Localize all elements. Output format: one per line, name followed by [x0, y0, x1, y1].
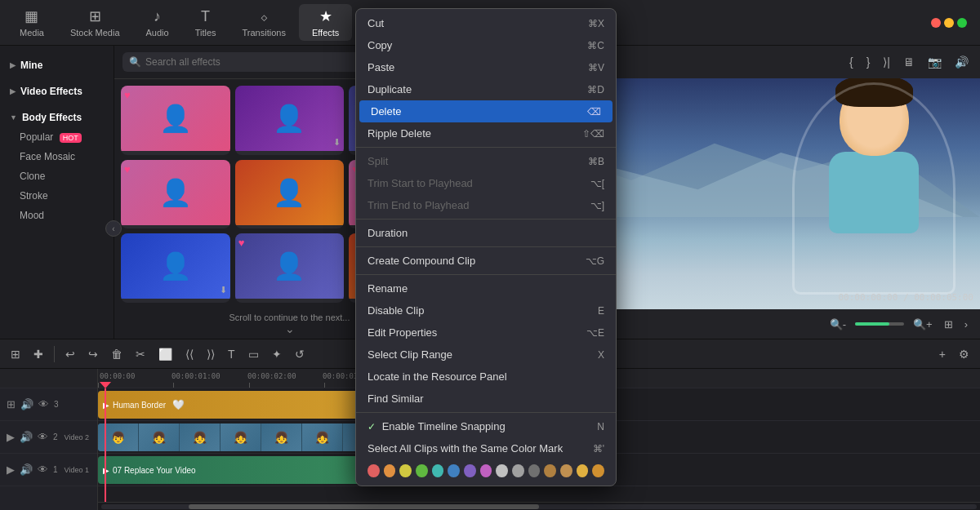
color-dot-red[interactable] — [368, 464, 380, 477]
tab-titles[interactable]: T Titles — [182, 5, 229, 41]
ctx-enable-snapping[interactable]: ✓ Enable Timeline Snapping N — [356, 415, 616, 437]
add-media-btn[interactable]: + — [935, 345, 950, 363]
track1-eye-icon[interactable]: 👁 — [38, 463, 48, 476]
color-dot-teal[interactable] — [432, 464, 444, 477]
sidebar-subitem-mood[interactable]: Mood — [0, 206, 114, 225]
sidebar-collapse-button[interactable]: ‹ — [105, 220, 122, 237]
sidebar-subitem-stroke[interactable]: Stroke — [0, 186, 114, 206]
color-dot-dark-gray[interactable] — [528, 464, 541, 477]
preview-curly-open-btn[interactable]: { — [846, 54, 857, 70]
track-label-1: ▶ 🔊 👁 1 Video 1 — [0, 454, 97, 486]
ctx-find-similar[interactable]: Find Similar — [356, 388, 616, 410]
magnet-btn[interactable]: ✚ — [29, 345, 47, 363]
window-minimize[interactable] — [944, 18, 954, 28]
more-btn[interactable]: › — [962, 317, 970, 332]
scroll-thumb[interactable] — [189, 504, 539, 509]
effect-item-burning-body[interactable]: 👤 Burning body 1 — [235, 160, 345, 229]
color-dot-khaki[interactable] — [560, 464, 572, 477]
color-dot-light-gray[interactable] — [496, 464, 508, 477]
zoom-out-btn[interactable]: 🔍- — [827, 317, 849, 332]
zoom-in-btn[interactable]: 🔍+ — [911, 317, 935, 332]
ctx-copy[interactable]: Copy ⌘C — [356, 34, 616, 56]
track1-icon: ▶ — [7, 463, 15, 476]
color-dot-orange[interactable] — [384, 464, 396, 477]
preview-curly-close-btn[interactable]: } — [863, 54, 874, 70]
preview-monitor-btn[interactable]: 🖥 — [900, 54, 918, 70]
color-dot-gray[interactable] — [512, 464, 524, 477]
cut-btn[interactable]: ✂ — [131, 345, 149, 363]
preview-timecode-total: 00:00:00:00 / 00:00:05:00 — [838, 292, 973, 303]
tab-media[interactable]: ▦ Media — [7, 4, 57, 41]
text-tool-btn[interactable]: T — [224, 345, 239, 363]
preview-volume-btn[interactable]: 🔊 — [951, 54, 972, 70]
sidebar-subitem-popular[interactable]: Popular HOT — [0, 127, 114, 147]
preview-camera-btn[interactable]: 📷 — [924, 54, 945, 70]
sidebar-item-mine[interactable]: ▶ Mine — [0, 55, 114, 75]
ctx-edit-properties[interactable]: Edit Properties ⌥E — [356, 322, 616, 344]
window-maximize[interactable] — [957, 18, 967, 28]
effect-item-neon-trailing-4[interactable]: ⬇ 👤 Neon Trailing 4 — [121, 233, 230, 303]
color-dot-green[interactable] — [416, 464, 428, 477]
ctx-disable-clip[interactable]: Disable Clip E — [356, 299, 616, 322]
ctx-duplicate[interactable]: Duplicate ⌘D — [356, 78, 616, 100]
color-dot-pink[interactable] — [480, 464, 492, 477]
color-dot-amber[interactable] — [592, 464, 604, 477]
ctx-rename[interactable]: Rename — [356, 277, 616, 299]
ctx-select-same-color[interactable]: Select All Clips with the Same Color Mar… — [356, 437, 616, 459]
volume-slider[interactable] — [855, 322, 904, 326]
timeline-scrollbar[interactable] — [98, 502, 980, 510]
sidebar-subitem-clone[interactable]: Clone — [0, 166, 114, 186]
rect-tool-btn[interactable]: ▭ — [244, 345, 263, 363]
ctx-separator-4 — [356, 274, 616, 275]
ctx-select-clip-range[interactable]: Select Clip Range X — [356, 344, 616, 366]
ctx-duration[interactable]: Duration — [356, 222, 616, 244]
scroll-track — [101, 504, 977, 509]
track2-eye-icon[interactable]: 👁 — [38, 431, 48, 443]
sidebar-item-body-effects[interactable]: ▼ Body Effects — [0, 108, 114, 127]
effect-item-electro-optical[interactable]: ♥ 👤 Electro-optical ... — [121, 86, 230, 155]
track3-eye-icon[interactable]: 👁 — [38, 398, 49, 410]
refresh-btn[interactable]: ↺ — [291, 345, 309, 363]
redo-btn[interactable]: ↪ — [84, 345, 102, 363]
track2-icon: ▶ — [7, 431, 15, 443]
grid-view-btn[interactable]: ⊞ — [942, 317, 956, 332]
split-view-btn[interactable]: ⊞ — [7, 345, 24, 363]
tab-audio[interactable]: ♪ Audio — [133, 5, 182, 41]
ai-btn[interactable]: ✦ — [268, 345, 286, 363]
sidebar-item-video-effects[interactable]: ▶ Video Effects — [0, 82, 114, 101]
color-dot-yellow[interactable] — [399, 464, 412, 477]
effects-icon: ★ — [319, 7, 332, 25]
ctx-locate-resource[interactable]: Locate in the Resource Panel — [356, 366, 616, 388]
color-dot-blue[interactable] — [448, 464, 460, 477]
color-dot-purple[interactable] — [464, 464, 476, 477]
crop-btn[interactable]: ⬜ — [154, 345, 176, 363]
next-frame-btn[interactable]: ⟩⟩ — [203, 345, 219, 363]
ctx-trim-end: Trim End to Playhead ⌥] — [356, 194, 616, 216]
media-icon: ▦ — [24, 7, 38, 25]
tab-stock-media[interactable]: ⊞ Stock Media — [57, 4, 133, 41]
tab-transitions[interactable]: ⬦ Transitions — [229, 5, 299, 41]
timeline-settings-btn[interactable]: ⚙ — [955, 345, 973, 363]
window-close[interactable] — [931, 18, 941, 28]
color-dot-tan[interactable] — [544, 464, 556, 477]
sidebar: ▶ Mine ▶ Video Effects ▼ Body Effects Po… — [0, 46, 114, 339]
ctx-create-compound[interactable]: Create Compound Clip ⌥G — [356, 250, 616, 272]
effect-item-neon-flow-10[interactable]: ♥ 👤 Neon Flow 10 — [235, 233, 345, 303]
delete-btn[interactable]: 🗑 — [107, 345, 127, 363]
ctx-paste[interactable]: Paste ⌘V — [356, 56, 616, 78]
color-dot-gold[interactable] — [577, 464, 589, 477]
playhead[interactable] — [105, 388, 106, 502]
prev-frame-btn[interactable]: ⟨⟨ — [181, 345, 198, 363]
track1-audio-icon: 🔊 — [20, 463, 33, 476]
ctx-delete[interactable]: Delete ⌫ — [359, 100, 612, 122]
sidebar-section-body-effects: ▼ Body Effects Popular HOT Face Mosaic C… — [0, 104, 114, 228]
tab-effects[interactable]: ★ Effects — [299, 4, 352, 41]
sidebar-subitem-face-mosaic[interactable]: Face Mosaic — [0, 147, 114, 166]
undo-btn[interactable]: ↩ — [61, 345, 79, 363]
effect-item-human-glitch[interactable]: ♥ 👤 Human Glitch — [121, 160, 230, 229]
effect-item-neon-ring-10[interactable]: ⬇ 👤 Neon Ring 10 — [235, 86, 345, 155]
ctx-ripple-delete[interactable]: Ripple Delete ⇧⌫ — [356, 122, 616, 144]
preview-split-btn[interactable]: ⟩| — [880, 54, 893, 70]
ctx-cut[interactable]: Cut ⌘X — [356, 12, 616, 34]
ctx-separator-3 — [356, 246, 616, 247]
